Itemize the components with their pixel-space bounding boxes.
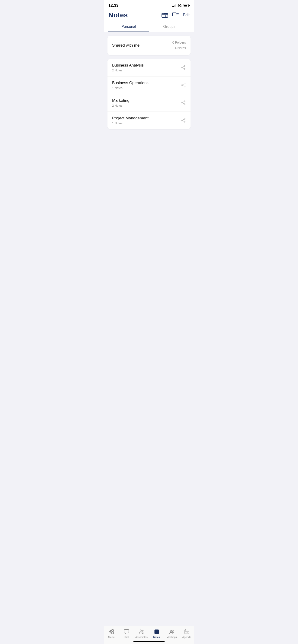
- folder-item-2[interactable]: Business Operations 1 Notes: [107, 76, 191, 94]
- svg-line-21: [183, 103, 184, 104]
- svg-line-25: [183, 119, 184, 120]
- folder-name-1: Business Analysis: [112, 63, 181, 68]
- share-icon-1: [181, 65, 186, 70]
- header-actions: Edit: [162, 12, 190, 18]
- tab-groups[interactable]: Groups: [149, 22, 190, 32]
- folder-count-4: 1 Notes: [112, 122, 181, 125]
- svg-line-10: [183, 66, 184, 67]
- folder-info-2: Business Operations 1 Notes: [112, 81, 181, 90]
- folder-name-3: Marketing: [112, 98, 181, 103]
- folders-card: Business Analysis 2 Notes Business Opera…: [107, 59, 191, 129]
- tab-personal[interactable]: Personal: [108, 22, 149, 32]
- folder-info-4: Project Management 1 Notes: [112, 116, 181, 125]
- folder-info-3: Marketing 2 Notes: [112, 98, 181, 107]
- status-time: 12:33: [108, 3, 118, 8]
- folder-info-1: Business Analysis 2 Notes: [112, 63, 181, 72]
- network-label: 4G: [177, 4, 182, 8]
- folders-count: 0 Folders: [172, 40, 186, 46]
- shared-with-me-card[interactable]: Shared with me 0 Folders 4 Notes: [107, 36, 191, 55]
- svg-line-11: [183, 68, 184, 68]
- svg-rect-3: [172, 13, 176, 16]
- status-bar: 12:33 4G: [104, 0, 194, 9]
- svg-line-15: [183, 84, 184, 85]
- folder-name-2: Business Operations: [112, 81, 181, 85]
- new-folder-icon: [162, 12, 168, 18]
- header: Notes Edit: [104, 9, 194, 32]
- share-icon-4: [181, 118, 186, 123]
- svg-line-20: [183, 102, 184, 102]
- sort-button[interactable]: [172, 12, 179, 18]
- shared-label: Shared with me: [112, 43, 139, 48]
- share-icon-2: [181, 82, 186, 88]
- sort-icon: [172, 12, 179, 18]
- folder-item-3[interactable]: Marketing 2 Notes: [107, 94, 191, 112]
- new-folder-button[interactable]: [162, 12, 168, 18]
- svg-line-16: [183, 85, 184, 86]
- folder-count-2: 1 Notes: [112, 86, 181, 90]
- signal-icon: [172, 4, 176, 7]
- svg-line-26: [183, 120, 184, 122]
- share-icon-3: [181, 100, 186, 105]
- folder-count-1: 2 Notes: [112, 68, 181, 72]
- folder-name-4: Project Management: [112, 116, 181, 120]
- status-icons: 4G: [172, 4, 190, 8]
- battery-icon: [183, 4, 190, 7]
- main-content: Shared with me 0 Folders 4 Notes Busines…: [104, 32, 194, 133]
- folder-item-1[interactable]: Business Analysis 2 Notes: [107, 59, 191, 76]
- folder-item-4[interactable]: Project Management 1 Notes: [107, 112, 191, 129]
- notes-count: 4 Notes: [172, 46, 186, 51]
- shared-counts: 0 Folders 4 Notes: [172, 40, 186, 51]
- tabs: Personal Groups: [108, 22, 190, 32]
- edit-button[interactable]: Edit: [183, 13, 190, 18]
- folder-count-3: 2 Notes: [112, 104, 181, 107]
- page-title: Notes: [108, 11, 128, 19]
